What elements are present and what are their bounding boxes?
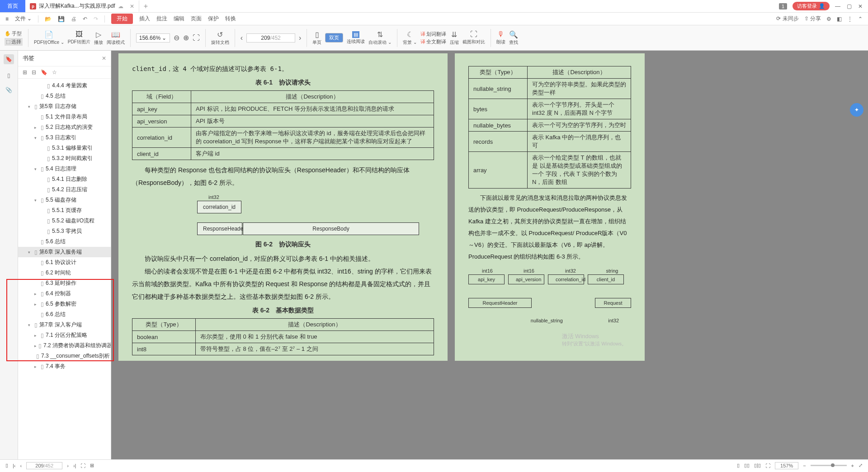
single-page-button[interactable]: ▯单页 <box>312 30 321 46</box>
bookmark-item[interactable]: ▯5.5.2 磁盘I/O流程 <box>18 216 111 226</box>
maximize-icon[interactable]: ▢ <box>847 3 852 9</box>
bookmark-item[interactable]: ▸▯7.1 分区分配策略 <box>18 330 111 340</box>
auto-scroll-button[interactable]: ⇅自动滚动 ⌄ <box>368 30 392 46</box>
view-mode-3-icon[interactable]: ▯|▯ <box>754 463 761 468</box>
bookmark-item[interactable]: ▾▯第5章 日志存储 <box>18 101 111 112</box>
read-mode-button[interactable]: 📖阅读模式 <box>107 30 125 46</box>
new-tab-button[interactable]: + <box>139 0 152 12</box>
rotate-button[interactable]: ↺旋转文档 <box>211 30 229 46</box>
bookmark-item[interactable]: ▸▯7.2 消费者协调器和组协调器 <box>18 340 111 351</box>
zoom-out-icon[interactable]: ⊖ <box>174 33 179 42</box>
home-tab[interactable]: 首页 <box>0 0 25 12</box>
zoom-in-status-icon[interactable]: + <box>851 463 854 468</box>
bookmark-item[interactable]: ▯6.3 延时操作 <box>18 278 111 288</box>
panel-toggle-icon[interactable]: ▯ <box>5 463 8 468</box>
bookmark-item[interactable]: ▯4.5 总结 <box>18 91 111 101</box>
compare-button[interactable]: ⛶截图和对比 <box>462 30 485 45</box>
more-icon[interactable]: ⋮ <box>847 16 853 22</box>
bookmark-item[interactable]: ▯5.4.1 日志删除 <box>18 174 111 184</box>
bookmark-item[interactable]: ▯5.6 总结 <box>18 236 111 247</box>
bookmark-item[interactable]: ▾▯5.4 日志清理 <box>18 164 111 174</box>
find-button[interactable]: 🔍查找 <box>509 30 518 46</box>
hand-tool[interactable]: ✋手型 <box>5 30 23 37</box>
background-button[interactable]: ☾背景 ⌄ <box>403 30 417 46</box>
play-button[interactable]: ▷播放 <box>94 30 103 46</box>
bookmark-item[interactable]: ▯6.2 时间轮 <box>18 268 111 278</box>
pdf-to-image[interactable]: 🖼PDF转图片 <box>68 30 90 45</box>
start-menu[interactable]: 开始 <box>111 14 133 24</box>
view-mode-2-icon[interactable]: ▯▯ <box>744 463 750 468</box>
status-page-input[interactable]: 209/452 <box>26 462 62 469</box>
translate-selection[interactable]: 译划词翻译 <box>420 31 446 38</box>
bookmark-item[interactable]: ▯5.5.3 零拷贝 <box>18 226 111 236</box>
document-view[interactable]: client_id，这 4 个域对应的描述可以参考表 6-1。 表 6-1 协议… <box>111 51 868 459</box>
bookmark-new-icon[interactable]: ☆ <box>52 69 57 76</box>
zoom-input[interactable]: 156.66% ⌄ <box>136 33 170 42</box>
print-icon[interactable]: 🖨 <box>71 16 76 22</box>
minimize-icon[interactable]: — <box>835 3 840 9</box>
bookmark-item[interactable]: ▸▯5.2 日志格式的演变 <box>18 122 111 132</box>
collapse-ribbon-icon[interactable]: ⌃ <box>858 16 863 22</box>
view-mode-1-icon[interactable]: ▯ <box>737 463 740 468</box>
fit-icon[interactable]: ⛶ <box>765 463 770 468</box>
bookmark-item[interactable]: ▸▯7.4 事务 <box>18 361 111 372</box>
prev-page-status-icon[interactable]: ‹ <box>20 463 22 468</box>
status-zoom-value[interactable]: 157% <box>775 462 798 469</box>
share-button[interactable]: ⇧ 分享 <box>804 15 821 23</box>
convert-menu[interactable]: 转换 <box>225 15 236 23</box>
attachment-rail-icon[interactable]: 📎 <box>5 87 12 93</box>
bookmark-item[interactable]: ▯5.3.1 偏移量索引 <box>18 143 111 153</box>
zoom-out-status-icon[interactable]: − <box>803 463 806 468</box>
bookmark-item[interactable]: ▾▯第6章 深入服务端 <box>18 247 111 257</box>
document-tab[interactable]: p 深入理解Kafka...与实践原理.pdf ☁ ✕ <box>25 0 139 12</box>
continuous-button[interactable]: ▤连续阅读 <box>347 31 365 45</box>
redo-icon[interactable]: ↷ <box>94 16 98 22</box>
bookmark-item[interactable]: ▯6.6 总结 <box>18 309 111 320</box>
bookmark-item[interactable]: ▾▯第7章 深入客户端 <box>18 320 111 330</box>
bookmark-item[interactable]: ▯5.5.1 页缓存 <box>18 205 111 216</box>
page-input[interactable]: 209/452 <box>246 33 295 42</box>
save-icon[interactable]: 💾 <box>58 16 65 22</box>
sync-status[interactable]: ⟳ 未同步 <box>776 15 798 23</box>
compress-button[interactable]: ⇊压缩 <box>450 30 459 46</box>
file-menu[interactable]: 文件 ⌄ <box>15 15 32 23</box>
close-tab-icon[interactable]: ✕ <box>130 3 134 9</box>
bookmark-item[interactable]: ▯6.1 协议设计 <box>18 257 111 268</box>
notification-badge[interactable]: 1 <box>779 3 787 9</box>
expand-icon[interactable]: ⤢ <box>859 463 863 468</box>
prev-page-icon[interactable]: ‹ <box>241 34 243 42</box>
undo-icon[interactable]: ↶ <box>83 16 87 22</box>
skin-icon[interactable]: ◧ <box>837 16 842 22</box>
float-assistant-button[interactable]: ✦ <box>850 103 863 117</box>
pdf-to-office[interactable]: 📄PDF转Office ⌄ <box>34 30 64 46</box>
review-menu[interactable]: 批注 <box>156 15 167 23</box>
collapse-all-icon[interactable]: ⊟ <box>32 69 36 76</box>
pages-menu[interactable]: 页面 <box>191 15 202 23</box>
hamburger-icon[interactable]: ≡ <box>5 16 9 22</box>
translate-full[interactable]: 译全文翻译 <box>420 38 446 45</box>
fullscreen-icon[interactable]: ⛶ <box>80 463 85 468</box>
settings-icon[interactable]: ⚙ <box>826 16 831 22</box>
text-tool-icon[interactable]: ⊞ <box>90 463 94 468</box>
bookmark-item[interactable]: ▯5.4.2 日志压缩 <box>18 184 111 195</box>
zoom-slider[interactable] <box>811 465 847 466</box>
next-page-icon[interactable]: › <box>299 34 301 42</box>
bookmark-item[interactable]: ▾▯5.5 磁盘存储 <box>18 195 111 205</box>
bookmark-item[interactable]: ▸▯6.5 参数解密 <box>18 299 111 309</box>
open-icon[interactable]: 📂 <box>45 16 52 22</box>
double-page-button[interactable]: 双页 <box>325 33 343 42</box>
bookmark-rail-icon[interactable]: 🔖 <box>4 54 14 64</box>
bookmark-item[interactable]: ▾▯5.3 日志索引 <box>18 132 111 143</box>
close-window-icon[interactable]: ✕ <box>858 3 863 9</box>
bookmark-item[interactable]: ▯5.3.2 时间戳索引 <box>18 153 111 164</box>
select-tool[interactable]: ⬚选择 <box>5 38 23 46</box>
edit-menu[interactable]: 编辑 <box>174 15 184 23</box>
fit-page-icon[interactable]: ⛶ <box>193 34 200 42</box>
thumbnail-rail-icon[interactable]: ▯ <box>7 72 10 79</box>
bookmark-item[interactable]: ▯7.3 __consumer_offsets剖析 <box>18 351 111 361</box>
last-page-icon[interactable]: ›| <box>73 463 76 468</box>
protect-menu[interactable]: 保护 <box>208 15 219 23</box>
expand-all-icon[interactable]: ⊞ <box>23 69 27 76</box>
zoom-in-icon[interactable]: ⊕ <box>183 33 189 42</box>
bookmark-add-icon[interactable]: 🔖 <box>41 69 47 76</box>
